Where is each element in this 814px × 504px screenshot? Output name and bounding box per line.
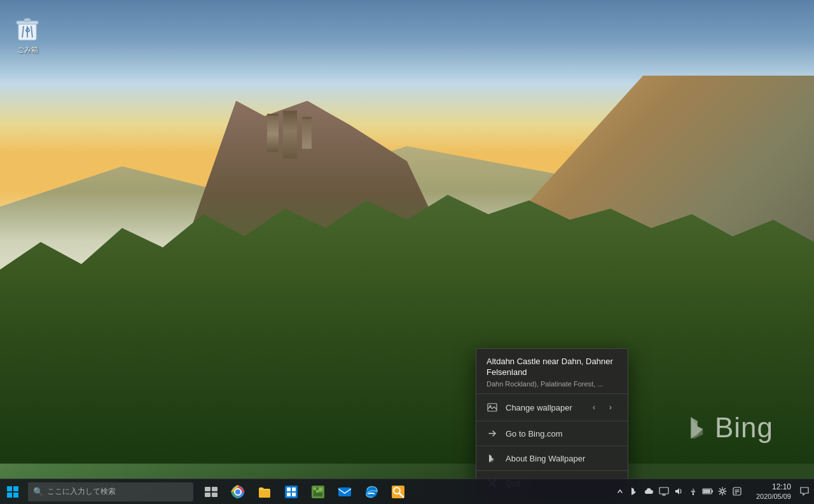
taskbar-search[interactable]: 🔍 ここに入力して検索 [28, 482, 193, 501]
tower-1 [267, 114, 279, 152]
svg-rect-30 [319, 487, 322, 491]
recycle-bin[interactable]: ♻ ごみ箱 [10, 10, 45, 57]
image-icon [486, 402, 498, 413]
clock-time: 12:10 [772, 482, 791, 493]
change-wallpaper-label: Change wallpaper [506, 403, 579, 412]
chrome-app[interactable] [225, 479, 251, 505]
menu-item-change-wallpaper[interactable]: Change wallpaper ‹ › [476, 394, 628, 421]
castle [261, 111, 359, 201]
task-view-button[interactable] [198, 479, 224, 505]
svg-rect-40 [693, 493, 694, 495]
bing-watermark: Bing [686, 412, 773, 444]
action-center-icon[interactable] [730, 482, 744, 500]
display-icon[interactable] [657, 482, 671, 500]
svg-rect-21 [287, 487, 291, 491]
notification-icon [733, 487, 742, 496]
menu-header: Altdahn Castle near Dahn, Dahner Felsenl… [476, 349, 628, 394]
svg-rect-10 [13, 486, 18, 491]
taskbar-apps [196, 479, 413, 505]
speaker-icon [674, 487, 683, 496]
prev-wallpaper-button[interactable]: ‹ [587, 400, 601, 414]
settings-icon[interactable] [715, 482, 729, 500]
clock-date: 2020/05/09 [756, 492, 791, 501]
speaker-icon[interactable] [672, 482, 686, 500]
chat-bubble-icon [800, 487, 809, 496]
svg-rect-5 [24, 18, 31, 22]
svg-rect-22 [292, 487, 296, 491]
bing-text-watermark: Bing [715, 412, 773, 444]
taskview-icon [205, 487, 217, 497]
search-icon: 🔍 [33, 487, 43, 496]
explorer-app[interactable] [252, 479, 277, 505]
recycle-bin-icon: ♻ [12, 12, 43, 43]
svg-rect-15 [205, 493, 210, 497]
svg-rect-12 [13, 493, 18, 498]
taskbar: 🔍 ここに入力して検索 [0, 479, 814, 504]
svg-rect-24 [292, 493, 296, 496]
recycle-bin-label: ごみ箱 [17, 45, 38, 55]
svg-rect-32 [338, 487, 351, 496]
search-app[interactable] [385, 479, 411, 505]
next-wallpaper-button[interactable]: › [604, 400, 617, 414]
system-clock[interactable]: 12:10 2020/05/09 [745, 481, 796, 503]
gear-icon [718, 487, 727, 496]
svg-rect-43 [712, 490, 713, 493]
store-icon [284, 485, 298, 499]
svg-rect-16 [212, 493, 217, 497]
edge-icon [364, 485, 378, 499]
chevron-up-icon [617, 489, 623, 494]
screen-icon [659, 487, 669, 496]
system-tray [613, 482, 744, 500]
svg-rect-37 [659, 487, 668, 494]
svg-rect-42 [703, 489, 710, 493]
taskbar-right: 12:10 2020/05/09 [613, 481, 814, 503]
notification-button[interactable] [797, 482, 811, 500]
bing-b-icon [486, 453, 498, 464]
chrome-icon [231, 485, 245, 499]
tray-expand-button[interactable] [613, 482, 627, 500]
cloud-icon [644, 487, 654, 495]
start-button[interactable] [0, 479, 25, 505]
svg-rect-26 [314, 487, 316, 490]
battery-icon [702, 487, 714, 495]
menu-subtitle: Dahn Rockland), Palatinate Forest, ... [486, 379, 617, 388]
svg-rect-29 [316, 490, 319, 493]
svg-rect-14 [212, 487, 217, 491]
game-icon [311, 485, 325, 499]
menu-title: Altdahn Castle near Dahn, Dahner Felsenl… [486, 357, 617, 378]
search-magnifier-icon [391, 485, 405, 499]
about-bing-label: About Bing Wallpaper [506, 454, 617, 463]
svg-rect-11 [7, 493, 12, 498]
mail-icon [338, 485, 352, 499]
svg-rect-27 [316, 487, 319, 490]
windows-logo-icon [7, 486, 18, 498]
wallpaper-arrows: ‹ › [587, 400, 617, 414]
bing-tray-icon[interactable] [628, 482, 642, 500]
edge-app[interactable] [359, 479, 384, 505]
network-icon [689, 487, 698, 496]
svg-rect-28 [314, 490, 316, 493]
search-placeholder-text: ここに入力して検索 [47, 486, 116, 497]
tower-2 [283, 111, 297, 158]
svg-text:♻: ♻ [25, 27, 31, 34]
svg-rect-9 [7, 486, 12, 491]
svg-rect-13 [205, 487, 210, 491]
cloud-icon[interactable] [642, 482, 656, 500]
menu-item-go-to-bing[interactable]: Go to Bing.com [476, 421, 628, 446]
tower-3 [302, 117, 312, 149]
network-icon[interactable] [686, 482, 700, 500]
battery-icon[interactable] [701, 482, 715, 500]
mail-app[interactable] [332, 479, 357, 505]
svg-rect-23 [287, 493, 291, 496]
context-menu: Altdahn Castle near Dahn, Dahner Felsenl… [476, 348, 628, 496]
desktop: Bing ♻ ごみ箱 Altdahn Castle near Dahn, Dah… [0, 0, 814, 504]
menu-item-about-bing[interactable]: About Bing Wallpaper [476, 446, 628, 470]
bing-logo-icon [686, 414, 712, 441]
svg-point-19 [235, 489, 240, 494]
bing-icon [630, 487, 639, 496]
store-app[interactable] [279, 479, 304, 505]
svg-point-44 [721, 490, 724, 493]
game-app[interactable] [305, 479, 331, 505]
svg-rect-31 [314, 493, 322, 496]
arrow-right-icon [486, 428, 498, 439]
